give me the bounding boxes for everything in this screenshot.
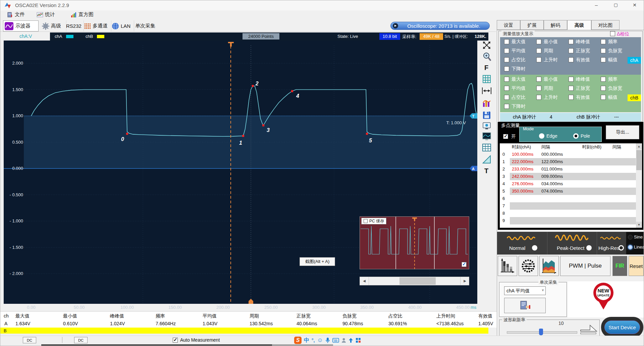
ime-emoji-icon[interactable]: ☺ bbox=[317, 337, 323, 344]
cha-max-checkbox[interactable] bbox=[504, 39, 509, 44]
reset-button[interactable]: Reset bbox=[629, 256, 644, 276]
acq-peak-detect[interactable]: Peak-Detect bbox=[547, 232, 597, 255]
new-update-badge[interactable]: NEW UPDATE bbox=[590, 281, 616, 313]
chb-duty-checkbox[interactable] bbox=[504, 95, 509, 100]
dc-coupling-a[interactable]: DC bbox=[23, 337, 36, 343]
trigger-icon[interactable]: T bbox=[484, 167, 488, 175]
peak-radio[interactable] bbox=[586, 245, 592, 251]
average-dropdown[interactable]: chA 平均值 ∨ bbox=[504, 286, 546, 295]
ime-lang-icon[interactable]: 中 bbox=[304, 337, 309, 344]
minimize-button[interactable]: – bbox=[587, 0, 606, 10]
menu-stats[interactable]: 统计 bbox=[37, 11, 55, 18]
cha-avg-checkbox[interactable] bbox=[504, 48, 509, 53]
chb-rms-checkbox[interactable] bbox=[569, 95, 574, 100]
table-row[interactable]: 5 350.000ms 074.000ms bbox=[500, 188, 636, 195]
scroll-down-icon[interactable]: ▼ bbox=[636, 222, 642, 228]
highres-radio[interactable] bbox=[619, 245, 624, 251]
sine-radio[interactable] bbox=[628, 235, 633, 239]
chb-pkpk-checkbox[interactable] bbox=[569, 77, 574, 82]
cha-poswidth-checkbox[interactable] bbox=[569, 48, 574, 53]
device-status-pill[interactable]: ▶ Oscilloscope: 20713 is available. bbox=[390, 22, 490, 30]
ruler-icon[interactable] bbox=[482, 155, 491, 165]
cha-freq-checkbox[interactable] bbox=[601, 39, 606, 44]
cha-fall-checkbox[interactable] bbox=[504, 66, 509, 71]
fft-icon[interactable]: F bbox=[484, 64, 488, 72]
tab-settings[interactable]: 设置 bbox=[497, 20, 520, 30]
fit-view-icon[interactable] bbox=[482, 41, 491, 51]
chb-fall-checkbox[interactable] bbox=[504, 104, 509, 109]
waveform-window-icon[interactable] bbox=[482, 132, 491, 142]
buffer-preview[interactable]: PC 缓存 bbox=[360, 216, 469, 269]
ime-toolbox-icon[interactable] bbox=[356, 338, 361, 343]
ime-punct-icon[interactable]: °, bbox=[312, 338, 315, 343]
maximize-button[interactable]: ▢ bbox=[606, 0, 626, 10]
refresh-slider-thumb[interactable] bbox=[539, 329, 543, 335]
chb-min-checkbox[interactable] bbox=[536, 77, 541, 82]
sogou-icon[interactable]: S bbox=[294, 337, 302, 344]
chb-rise-checkbox[interactable] bbox=[536, 95, 541, 100]
snapshot-button[interactable]: 截图(Alt + A) bbox=[300, 257, 335, 266]
fir-button[interactable]: FIR bbox=[612, 256, 627, 276]
cha-period-checkbox[interactable] bbox=[536, 48, 541, 53]
table-row[interactable]: 8 bbox=[500, 210, 636, 217]
scroll-thumb[interactable] bbox=[399, 277, 436, 285]
toolbar-rs232[interactable]: RS232 bbox=[66, 20, 84, 31]
toolbar-single-capture[interactable]: 单次采集 bbox=[135, 20, 162, 31]
toolbar-multichannel[interactable]: 多通道 bbox=[84, 20, 111, 31]
ime-keyboard-icon[interactable] bbox=[332, 338, 339, 343]
dc-coupling-b[interactable]: DC bbox=[74, 337, 88, 343]
data-table-icon[interactable] bbox=[482, 144, 491, 153]
table-row[interactable]: 3 242.000ms 009.000ms bbox=[500, 173, 636, 180]
chb-freq-checkbox[interactable] bbox=[601, 77, 606, 82]
ime-up-icon[interactable] bbox=[348, 338, 353, 343]
close-button[interactable]: ✕ bbox=[626, 0, 644, 10]
menu-file[interactable]: 文件 bbox=[7, 11, 25, 18]
area-chart-tool-button[interactable] bbox=[539, 256, 559, 276]
settings-tool-button[interactable] bbox=[519, 256, 538, 276]
cha-amp-checkbox[interactable] bbox=[601, 57, 606, 62]
chb-amp-checkbox[interactable] bbox=[601, 95, 606, 100]
pc-buffer-chip[interactable]: PC 缓存 bbox=[361, 218, 386, 224]
toolbar-advanced[interactable]: 高级 bbox=[41, 20, 66, 31]
cha-rise-checkbox[interactable] bbox=[536, 57, 541, 62]
table-row[interactable]: 6 bbox=[500, 195, 636, 202]
edge-radio[interactable] bbox=[539, 133, 544, 139]
zoom-icon[interactable] bbox=[483, 52, 491, 63]
tab-extension[interactable]: 扩展 bbox=[520, 20, 544, 30]
chb-avg-checkbox[interactable] bbox=[504, 86, 509, 91]
normal-radio[interactable] bbox=[532, 245, 537, 251]
acq-high-res[interactable]: High-Res bbox=[597, 232, 626, 255]
chb-negwidth-checkbox[interactable] bbox=[601, 86, 606, 91]
cha-min-checkbox[interactable] bbox=[536, 39, 541, 44]
preview-scrollbar[interactable]: ◀ ▶ bbox=[360, 277, 469, 285]
table-row[interactable]: 4 276.000ms 034.000ms bbox=[500, 180, 636, 188]
table-row[interactable]: 2 233.000ms 011.000ms bbox=[500, 165, 636, 173]
preview-confirm-checkbox[interactable] bbox=[462, 262, 467, 267]
toolbar-oscilloscope-tab[interactable]: 示波器 bbox=[3, 20, 39, 31]
histogram-tool-button[interactable] bbox=[498, 256, 517, 276]
linear-radio[interactable] bbox=[628, 245, 633, 250]
export-button[interactable]: 导出... bbox=[606, 125, 639, 139]
screenshot-icon[interactable] bbox=[483, 122, 491, 131]
menu-histogram[interactable]: 直方图 bbox=[71, 11, 94, 18]
phase-checkbox[interactable] bbox=[610, 31, 615, 36]
auto-measure-checkbox[interactable] bbox=[173, 338, 178, 343]
toolbar-lan[interactable]: LAN bbox=[112, 20, 134, 31]
table-scrollbar[interactable]: ▲ ▼ bbox=[636, 143, 642, 228]
multi-on-checkbox[interactable] bbox=[503, 134, 508, 139]
grid-icon[interactable] bbox=[482, 75, 491, 85]
cursor-measure-icon[interactable] bbox=[482, 87, 492, 96]
single-capture-button[interactable] bbox=[504, 298, 546, 313]
chb-period-checkbox[interactable] bbox=[536, 86, 541, 91]
scroll-left-arrow[interactable]: ◀ bbox=[360, 277, 369, 285]
tab-decode[interactable]: 解码 bbox=[544, 20, 567, 30]
tab-advanced[interactable]: 高级 bbox=[567, 20, 591, 30]
pwm-pulse-button[interactable]: PWM | Pulse bbox=[560, 256, 610, 276]
pc-buffer-checkbox[interactable] bbox=[364, 219, 368, 223]
chb-max-checkbox[interactable] bbox=[504, 77, 509, 82]
ime-user-icon[interactable] bbox=[341, 338, 346, 343]
chb-poswidth-checkbox[interactable] bbox=[569, 86, 574, 91]
save-icon[interactable] bbox=[482, 111, 491, 121]
table-row[interactable]: 1 222.000ms 122.000ms bbox=[500, 158, 636, 165]
cha-negwidth-checkbox[interactable] bbox=[601, 48, 606, 53]
